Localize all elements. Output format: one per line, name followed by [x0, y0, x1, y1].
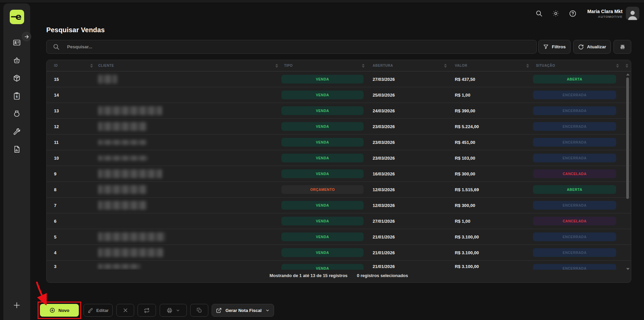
- search-input[interactable]: [67, 44, 470, 49]
- table-row[interactable]: 9VENDA16/03/2026R$ 300,00CANCELADA: [47, 166, 631, 182]
- column-header-cliente[interactable]: CLIENTE: [97, 64, 280, 68]
- chevron-down-icon: [176, 308, 180, 313]
- column-header-valor[interactable]: VALOR: [447, 64, 530, 68]
- table-scrollbar[interactable]: [626, 73, 629, 270]
- topbar: Maria Clara Mkt AUTOMOTIVE: [535, 6, 639, 21]
- row-cliente: [97, 185, 280, 194]
- row-cliente: [97, 106, 280, 115]
- table-row[interactable]: 8ORÇAMENTO12/03/2026R$ 1.515,69ABERTA: [47, 182, 631, 198]
- duplicate-button[interactable]: [190, 304, 208, 317]
- sort-icon[interactable]: [616, 64, 619, 68]
- row-abertura: 25/03/2026: [365, 93, 447, 98]
- table-row[interactable]: 6VENDA27/01/2026R$ 1,00CANCELADA: [47, 213, 631, 229]
- plus-icon: [13, 301, 21, 309]
- column-header-id[interactable]: ID: [47, 64, 97, 68]
- refresh-button[interactable]: Atualizar: [573, 40, 611, 54]
- new-button[interactable]: Novo: [40, 304, 79, 317]
- row-valor: R$ 1,00: [447, 93, 530, 98]
- row-situacao: CANCELADA: [530, 217, 620, 225]
- table-row[interactable]: 7VENDA12/03/2026R$ 300,00ENCERRADA: [47, 198, 631, 213]
- sort-icon[interactable]: [626, 64, 628, 68]
- situacao-badge: ENCERRADA: [533, 138, 616, 147]
- tipo-badge: VENDA: [281, 106, 364, 115]
- row-cliente: [97, 201, 280, 210]
- row-abertura: 23/03/2026: [365, 124, 447, 129]
- row-tipo: VENDA: [280, 154, 365, 162]
- table-row[interactable]: 10VENDA23/03/2026R$ 103,00ENCERRADA: [47, 150, 631, 166]
- scrollbar-thumb[interactable]: [626, 77, 629, 199]
- situacao-badge: ENCERRADA: [533, 106, 616, 115]
- situacao-badge: CANCELADA: [533, 217, 616, 225]
- situacao-badge: ENCERRADA: [533, 248, 616, 257]
- row-cliente: [97, 156, 280, 161]
- filters-button[interactable]: Filtros: [538, 40, 571, 54]
- avatar[interactable]: [626, 7, 639, 20]
- sidebar-add-button[interactable]: [3, 301, 30, 309]
- table-row[interactable]: 12VENDA23/03/2026R$ 5.224,00ENCERRADA: [47, 119, 631, 135]
- column-header-tipo[interactable]: TIPO: [280, 64, 365, 68]
- sort-icon[interactable]: [275, 64, 278, 68]
- row-cliente: [97, 169, 280, 178]
- column-header-situacao[interactable]: SITUAÇÃO: [530, 64, 620, 68]
- row-situacao: ENCERRADA: [530, 91, 620, 99]
- row-id: 10: [47, 156, 97, 161]
- generate-invoice-button[interactable]: Gerar Nota Fiscal: [212, 304, 274, 317]
- row-tipo: VENDA: [280, 248, 365, 257]
- theme-brightness-icon[interactable]: [552, 9, 560, 17]
- column-header-abertura[interactable]: ABERTURA: [365, 64, 447, 68]
- user-menu[interactable]: Maria Clara Mkt AUTOMOTIVE: [587, 7, 639, 20]
- table-row[interactable]: 15VENDA27/03/2026R$ 437,50ABERTA: [47, 71, 631, 87]
- situacao-badge: ENCERRADA: [533, 122, 616, 131]
- svg-text:$: $: [16, 95, 18, 98]
- table-row[interactable]: 13VENDA24/03/2026R$ 390,00ENCERRADA: [47, 103, 631, 119]
- table-row[interactable]: 3VENDA21/01/2026R$ 3.100,00ENCERRADA: [47, 261, 631, 270]
- scroll-up-icon[interactable]: [626, 73, 630, 75]
- tipo-badge: VENDA: [281, 217, 364, 225]
- tipo-badge: VENDA: [281, 154, 364, 162]
- id-card-icon: [13, 39, 21, 47]
- table-row[interactable]: 5VENDA21/01/2026R$ 3.100,00ENCERRADA: [47, 229, 631, 245]
- sidebar-item-services[interactable]: [10, 127, 23, 136]
- row-id: 13: [47, 108, 97, 113]
- actions-toolbar: Novo Editar Gerar Nota Fiscal: [40, 304, 274, 317]
- row-abertura: 16/03/2026: [365, 171, 447, 176]
- row-situacao: ENCERRADA: [530, 122, 620, 131]
- sort-icon[interactable]: [526, 64, 529, 68]
- edit-button[interactable]: Editar: [84, 304, 113, 317]
- table-row[interactable]: 14VENDA25/03/2026R$ 1,00ENCERRADA: [47, 87, 631, 103]
- sidebar-item-products[interactable]: [10, 74, 23, 82]
- new-button-label: Novo: [58, 308, 69, 313]
- copy-icon: [197, 308, 202, 313]
- sidebar-item-finance[interactable]: [10, 110, 23, 118]
- row-valor: R$ 1,00: [447, 219, 530, 224]
- row-tipo: VENDA: [280, 217, 365, 225]
- help-icon[interactable]: [569, 9, 577, 17]
- row-tipo: VENDA: [280, 169, 365, 178]
- filters-label: Filtros: [552, 44, 566, 49]
- column-settings-button[interactable]: [613, 40, 631, 54]
- sort-icon[interactable]: [362, 64, 365, 68]
- repeat-button[interactable]: [138, 304, 156, 317]
- sort-icon[interactable]: [90, 64, 93, 68]
- global-search-icon[interactable]: [535, 9, 543, 17]
- row-situacao: ENCERRADA: [530, 248, 620, 257]
- sidebar-item-contacts[interactable]: [10, 39, 23, 47]
- table-row[interactable]: 11VENDA23/03/2026R$ 451,00ENCERRADA: [47, 135, 631, 150]
- window-top-strip: [0, 0, 644, 3]
- package-icon: [13, 74, 21, 82]
- print-button[interactable]: [160, 304, 187, 317]
- row-id: 15: [47, 77, 97, 82]
- cancel-button[interactable]: [116, 304, 134, 317]
- app-logo[interactable]: e: [10, 10, 24, 24]
- sidebar-item-billing[interactable]: $: [10, 92, 23, 100]
- situacao-badge: ENCERRADA: [533, 154, 616, 162]
- row-valor: R$ 3.100,00: [447, 250, 530, 255]
- sort-icon[interactable]: [444, 64, 447, 68]
- row-abertura: 27/03/2026: [365, 77, 447, 82]
- x-icon: [123, 308, 128, 313]
- pencil-icon: [88, 308, 93, 313]
- row-situacao: ENCERRADA: [530, 261, 620, 270]
- table-row[interactable]: 4VENDA21/01/2026R$ 3.100,00ENCERRADA: [47, 245, 631, 261]
- sidebar-item-reports[interactable]: [10, 145, 23, 153]
- sidebar-item-sales[interactable]: [10, 56, 23, 64]
